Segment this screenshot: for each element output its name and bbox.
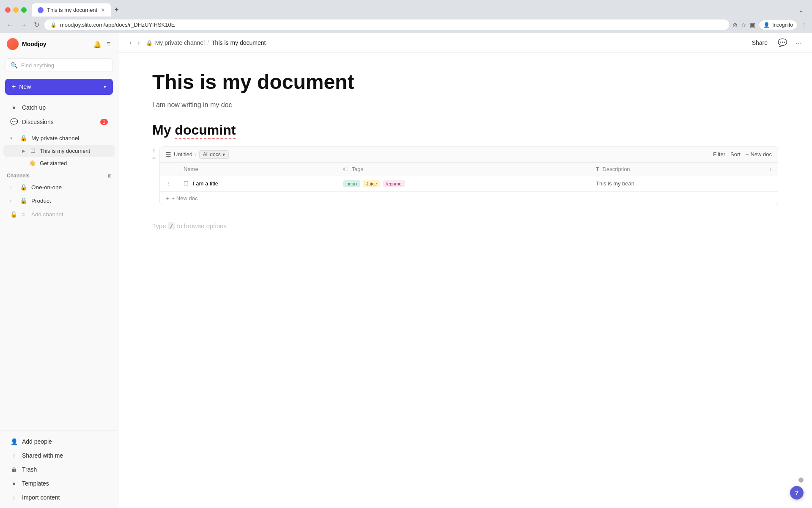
sidebar-item-shared-with-me[interactable]: ↑ Shared with me: [3, 449, 115, 462]
tag-juice[interactable]: Juice: [363, 180, 381, 187]
sidebar-item-this-is-my-document[interactable]: ▶ ☐ This is my document: [3, 145, 115, 157]
comment-button[interactable]: 💬: [776, 36, 789, 49]
discussions-label: Discussions: [22, 119, 54, 125]
sidebar-item-my-private-channel[interactable]: ▾ 🔒 My private channel: [3, 132, 115, 144]
col-name-header: Name: [178, 163, 337, 176]
tab-title: This is my document: [47, 7, 97, 13]
trash-icon: 🗑: [10, 466, 18, 473]
sidebar-item-get-started[interactable]: 👋 Get started: [3, 157, 115, 169]
col-tags-header: 🏷 Tags: [337, 163, 590, 176]
tab-list-chevron[interactable]: ⌄: [795, 5, 807, 15]
breadcrumb-lock-icon: 🔒: [146, 40, 153, 46]
product-expand-icon: ›: [10, 199, 15, 203]
add-row-plus: +: [166, 195, 169, 202]
window-minimize[interactable]: [13, 7, 19, 13]
document-subtitle: I am now writing in my doc: [152, 101, 778, 109]
row-description-cell: This is my bean: [590, 176, 763, 191]
nav-back-button[interactable]: ‹: [127, 37, 134, 48]
new-button-label: New: [19, 83, 100, 90]
window-maximize[interactable]: [21, 7, 27, 13]
camera-off-icon[interactable]: ⊘: [732, 22, 738, 28]
tags-container: bean Juice legume: [343, 180, 584, 187]
sort-button[interactable]: Sort: [730, 151, 741, 157]
more-options-button[interactable]: ···: [794, 37, 804, 49]
row-menu-icon[interactable]: ⋮: [166, 180, 172, 187]
product-lock-icon: 🔒: [19, 197, 27, 204]
breadcrumb-workspace[interactable]: My private channel: [155, 39, 205, 46]
tag-bean[interactable]: bean: [343, 180, 360, 187]
import-icon: ↓: [10, 494, 18, 501]
sidebar-item-add-channel[interactable]: 🔒 ○ Add channel: [3, 208, 115, 221]
row-name-text[interactable]: I am a title: [193, 180, 218, 187]
filter-button[interactable]: Filter: [713, 151, 725, 157]
add-people-label: Add people: [22, 438, 52, 445]
sidebar-item-catch-up[interactable]: ● Catch up: [3, 100, 115, 114]
sidebar-item-templates[interactable]: ● Templates: [3, 477, 115, 490]
address-bar[interactable]: 🔒 moodjoy.slite.com/app/docs/r_DHzUYfHSK…: [44, 19, 729, 30]
new-button-chevron: ▾: [104, 84, 106, 90]
channels-section-header[interactable]: Channels ⊞: [0, 169, 118, 180]
description-header-icon: T: [596, 166, 599, 172]
catch-up-icon: ●: [10, 104, 18, 111]
add-row-button[interactable]: + + New doc: [160, 191, 778, 205]
incognito-profile[interactable]: 👤 Incognito: [759, 20, 798, 30]
bookmark-icon[interactable]: ☆: [741, 22, 746, 28]
expand-icon[interactable]: ⇔: [152, 156, 156, 160]
breadcrumb-separator: /: [207, 39, 209, 46]
nav-forward-button[interactable]: ›: [135, 37, 142, 48]
notifications-button[interactable]: 🔔: [92, 39, 102, 49]
sidebar-item-trash[interactable]: 🗑 Trash: [3, 463, 115, 476]
row-extra-cell: [763, 176, 778, 191]
new-doc-button[interactable]: + New doc: [746, 151, 772, 157]
lock-icon: 🔒: [19, 135, 27, 141]
db-view-chevron: ▾: [222, 152, 225, 157]
sidebar-item-add-people[interactable]: 👤 Add people: [3, 435, 115, 448]
table-row: ⋮ ☐ I am a title: [160, 176, 778, 191]
row-tags-cell: bean Juice legume: [337, 176, 590, 191]
refresh-button[interactable]: ↻: [32, 19, 41, 30]
db-toolbar-right: Filter Sort + New doc: [713, 151, 772, 157]
catch-up-label: Catch up: [22, 104, 46, 111]
new-button[interactable]: + New ▾: [5, 79, 113, 95]
tag-legume[interactable]: legume: [383, 180, 405, 187]
db-view-selector[interactable]: All docs ▾: [199, 150, 229, 159]
col-menu-header: [160, 163, 178, 176]
database-block: ☰ Untitled / All docs ▾ Filter Sort: [159, 146, 778, 205]
forward-button[interactable]: →: [19, 19, 29, 30]
back-button[interactable]: ←: [5, 19, 15, 30]
heading-text-documint: documint: [175, 122, 236, 139]
share-button[interactable]: Share: [749, 38, 771, 48]
help-button[interactable]: ?: [790, 486, 804, 500]
db-title: Untitled: [174, 151, 192, 157]
get-started-label: Get started: [40, 160, 67, 166]
window-close[interactable]: [5, 7, 11, 13]
browser-tab-active[interactable]: This is my document ✕: [32, 3, 111, 17]
one-on-one-lock-icon: 🔒: [19, 184, 27, 190]
drag-handle-icon[interactable]: ⠿: [152, 148, 156, 154]
add-column-icon[interactable]: +: [768, 166, 772, 172]
sidebar-item-product[interactable]: › 🔒 Product: [3, 194, 115, 207]
db-view-label: All docs: [203, 152, 221, 157]
templates-icon: ●: [10, 480, 18, 487]
scroll-indicator: [798, 478, 804, 483]
workspace-name: Moodjoy: [22, 41, 89, 47]
database-toolbar: ☰ Untitled / All docs ▾ Filter Sort: [160, 147, 778, 163]
collapse-sidebar-button[interactable]: ≡: [106, 39, 111, 49]
sidebar-header-icons: 🔔 ≡: [92, 39, 111, 49]
col-add-header[interactable]: +: [763, 163, 778, 176]
shared-with-me-label: Shared with me: [22, 452, 63, 459]
sidebar-view-icon[interactable]: ▣: [750, 22, 755, 28]
search-box[interactable]: 🔍 Find anything: [5, 58, 113, 72]
tab-favicon: [38, 7, 44, 13]
row-name-cell: ☐ I am a title: [178, 176, 337, 191]
tab-close-button[interactable]: ✕: [101, 8, 105, 13]
document-content: This is my document I am now writing in …: [118, 53, 812, 508]
new-tab-button[interactable]: +: [111, 4, 122, 16]
sidebar-item-discussions[interactable]: 💬 Discussions 1: [3, 115, 115, 129]
sidebar-item-one-on-one[interactable]: › 🔒 One-on-one: [3, 181, 115, 193]
sidebar-item-import-content[interactable]: ↓ Import content: [3, 491, 115, 504]
browser-menu-icon[interactable]: ⋮: [801, 22, 807, 28]
type-hint-slash: /: [168, 222, 176, 229]
row-menu-cell: ⋮: [160, 176, 178, 191]
doc-type-icon: ☐: [30, 148, 36, 154]
